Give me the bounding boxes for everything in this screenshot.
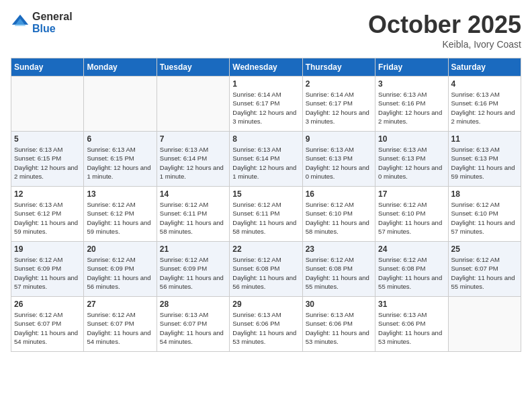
calendar-day-cell: 19Sunrise: 6:12 AMSunset: 6:09 PMDayligh… (11, 242, 84, 297)
day-info: Sunrise: 6:13 AMSunset: 6:16 PMDaylight:… (378, 90, 445, 126)
day-info: Sunrise: 6:13 AMSunset: 6:06 PMDaylight:… (378, 310, 445, 346)
calendar-day-cell: 25Sunrise: 6:12 AMSunset: 6:07 PMDayligh… (448, 242, 521, 297)
day-info: Sunrise: 6:14 AMSunset: 6:17 PMDaylight:… (306, 90, 372, 126)
calendar-day-cell: 30Sunrise: 6:13 AMSunset: 6:06 PMDayligh… (302, 297, 375, 352)
day-info: Sunrise: 6:13 AMSunset: 6:13 PMDaylight:… (378, 145, 445, 181)
day-number: 30 (306, 300, 372, 309)
calendar-week-row: 19Sunrise: 6:12 AMSunset: 6:09 PMDayligh… (11, 242, 521, 297)
calendar-day-cell: 27Sunrise: 6:12 AMSunset: 6:07 PMDayligh… (84, 297, 157, 352)
calendar-day-cell: 29Sunrise: 6:13 AMSunset: 6:06 PMDayligh… (230, 297, 302, 352)
calendar-day-cell: 3Sunrise: 6:13 AMSunset: 6:16 PMDaylight… (375, 77, 448, 132)
day-number: 16 (306, 189, 372, 199)
logo-general: General (32, 11, 73, 23)
day-info: Sunrise: 6:12 AMSunset: 6:09 PMDaylight:… (87, 255, 153, 291)
day-info: Sunrise: 6:13 AMSunset: 6:16 PMDaylight:… (451, 90, 518, 126)
calendar-day-cell: 9Sunrise: 6:13 AMSunset: 6:13 PMDaylight… (302, 132, 375, 187)
day-info: Sunrise: 6:12 AMSunset: 6:10 PMDaylight:… (451, 200, 518, 236)
day-number: 9 (306, 134, 372, 144)
day-info: Sunrise: 6:12 AMSunset: 6:07 PMDaylight:… (87, 310, 153, 346)
weekday-header-row: SundayMondayTuesdayWednesdayThursdayFrid… (11, 58, 521, 77)
calendar-day-cell: 1Sunrise: 6:14 AMSunset: 6:17 PMDaylight… (230, 77, 302, 132)
day-number: 4 (451, 79, 518, 89)
logo: General Blue (11, 11, 73, 34)
day-number: 1 (232, 79, 299, 89)
day-info: Sunrise: 6:12 AMSunset: 6:07 PMDaylight:… (14, 310, 81, 346)
day-number: 27 (87, 300, 153, 309)
weekday-header-thursday: Thursday (302, 58, 375, 77)
weekday-header-sunday: Sunday (11, 58, 84, 77)
empty-cell (448, 297, 521, 352)
day-info: Sunrise: 6:13 AMSunset: 6:15 PMDaylight:… (87, 145, 153, 181)
day-number: 13 (87, 189, 153, 199)
calendar-day-cell: 2Sunrise: 6:14 AMSunset: 6:17 PMDaylight… (302, 77, 375, 132)
calendar-day-cell: 15Sunrise: 6:12 AMSunset: 6:11 PMDayligh… (230, 187, 302, 242)
day-info: Sunrise: 6:12 AMSunset: 6:10 PMDaylight:… (306, 200, 372, 236)
calendar-day-cell: 13Sunrise: 6:12 AMSunset: 6:12 PMDayligh… (84, 187, 157, 242)
calendar-day-cell: 6Sunrise: 6:13 AMSunset: 6:15 PMDaylight… (84, 132, 157, 187)
calendar-day-cell: 5Sunrise: 6:13 AMSunset: 6:15 PMDaylight… (11, 132, 84, 187)
logo-icon (11, 13, 30, 32)
weekday-header-saturday: Saturday (448, 58, 521, 77)
day-number: 29 (232, 300, 299, 309)
empty-cell (157, 77, 229, 132)
day-info: Sunrise: 6:13 AMSunset: 6:06 PMDaylight:… (306, 310, 372, 346)
calendar-day-cell: 20Sunrise: 6:12 AMSunset: 6:09 PMDayligh… (84, 242, 157, 297)
day-number: 24 (378, 244, 445, 254)
day-number: 21 (160, 244, 226, 254)
day-info: Sunrise: 6:13 AMSunset: 6:13 PMDaylight:… (306, 145, 372, 181)
calendar-day-cell: 22Sunrise: 6:12 AMSunset: 6:08 PMDayligh… (230, 242, 302, 297)
calendar-week-row: 5Sunrise: 6:13 AMSunset: 6:15 PMDaylight… (11, 132, 521, 187)
calendar-day-cell: 11Sunrise: 6:13 AMSunset: 6:13 PMDayligh… (448, 132, 521, 187)
calendar-day-cell: 7Sunrise: 6:13 AMSunset: 6:14 PMDaylight… (157, 132, 229, 187)
day-number: 31 (378, 300, 445, 309)
calendar-day-cell: 17Sunrise: 6:12 AMSunset: 6:10 PMDayligh… (375, 187, 448, 242)
day-number: 23 (306, 244, 372, 254)
day-info: Sunrise: 6:12 AMSunset: 6:09 PMDaylight:… (160, 255, 226, 291)
day-number: 10 (378, 134, 445, 144)
day-info: Sunrise: 6:13 AMSunset: 6:14 PMDaylight:… (160, 145, 226, 181)
day-number: 12 (14, 189, 81, 199)
calendar-day-cell: 23Sunrise: 6:12 AMSunset: 6:08 PMDayligh… (302, 242, 375, 297)
weekday-header-monday: Monday (84, 58, 157, 77)
day-number: 11 (451, 134, 518, 144)
day-info: Sunrise: 6:12 AMSunset: 6:11 PMDaylight:… (160, 200, 226, 236)
calendar-week-row: 26Sunrise: 6:12 AMSunset: 6:07 PMDayligh… (11, 297, 521, 352)
day-number: 6 (87, 134, 153, 144)
calendar-week-row: 12Sunrise: 6:13 AMSunset: 6:12 PMDayligh… (11, 187, 521, 242)
day-number: 18 (451, 189, 518, 199)
day-number: 20 (87, 244, 153, 254)
calendar-day-cell: 12Sunrise: 6:13 AMSunset: 6:12 PMDayligh… (11, 187, 84, 242)
day-number: 22 (232, 244, 299, 254)
day-number: 14 (160, 189, 226, 199)
month-title: October 2025 (368, 11, 521, 39)
location-subtitle: Keibla, Ivory Coast (368, 39, 521, 50)
day-info: Sunrise: 6:13 AMSunset: 6:07 PMDaylight:… (160, 310, 226, 346)
calendar-table: SundayMondayTuesdayWednesdayThursdayFrid… (11, 58, 521, 352)
calendar-day-cell: 10Sunrise: 6:13 AMSunset: 6:13 PMDayligh… (375, 132, 448, 187)
calendar-day-cell: 28Sunrise: 6:13 AMSunset: 6:07 PMDayligh… (157, 297, 229, 352)
day-number: 3 (378, 79, 445, 89)
title-block: October 2025 Keibla, Ivory Coast (368, 11, 521, 50)
day-info: Sunrise: 6:12 AMSunset: 6:09 PMDaylight:… (14, 255, 81, 291)
day-info: Sunrise: 6:13 AMSunset: 6:14 PMDaylight:… (232, 145, 299, 181)
day-number: 19 (14, 244, 81, 254)
calendar-day-cell: 4Sunrise: 6:13 AMSunset: 6:16 PMDaylight… (448, 77, 521, 132)
day-info: Sunrise: 6:13 AMSunset: 6:13 PMDaylight:… (451, 145, 518, 181)
weekday-header-wednesday: Wednesday (230, 58, 302, 77)
logo-blue: Blue (32, 23, 73, 35)
calendar-day-cell: 18Sunrise: 6:12 AMSunset: 6:10 PMDayligh… (448, 187, 521, 242)
day-info: Sunrise: 6:12 AMSunset: 6:08 PMDaylight:… (232, 255, 299, 291)
page-header: General Blue October 2025 Keibla, Ivory … (11, 11, 521, 50)
calendar-day-cell: 8Sunrise: 6:13 AMSunset: 6:14 PMDaylight… (230, 132, 302, 187)
day-info: Sunrise: 6:12 AMSunset: 6:08 PMDaylight:… (306, 255, 372, 291)
day-number: 5 (14, 134, 81, 144)
day-number: 8 (232, 134, 299, 144)
day-number: 17 (378, 189, 445, 199)
day-info: Sunrise: 6:13 AMSunset: 6:15 PMDaylight:… (14, 145, 81, 181)
day-number: 2 (306, 79, 372, 89)
day-number: 7 (160, 134, 226, 144)
empty-cell (84, 77, 157, 132)
calendar-day-cell: 31Sunrise: 6:13 AMSunset: 6:06 PMDayligh… (375, 297, 448, 352)
day-number: 26 (14, 300, 81, 309)
weekday-header-tuesday: Tuesday (157, 58, 229, 77)
